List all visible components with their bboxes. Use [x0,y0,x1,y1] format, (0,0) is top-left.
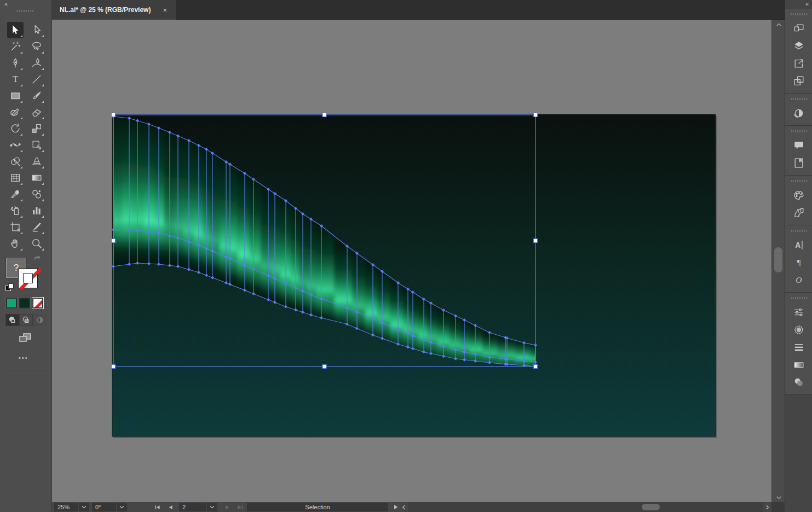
selection-handle[interactable] [112,113,116,117]
stroke-indicator-none[interactable] [18,269,38,288]
tool-eraser-button[interactable] [28,104,45,120]
edit-toolbar-icon[interactable]: ••• [19,354,28,361]
zoom-chevron-icon[interactable] [78,503,89,511]
tool-free-transform-button[interactable] [28,137,45,153]
selection-handle[interactable] [323,365,326,369]
selection-handle[interactable] [534,365,538,369]
panel-grip[interactable] [791,130,807,132]
toolbar-collapse-icon[interactable]: « [4,1,7,7]
panel-gradient-button[interactable] [791,357,807,373]
document-canvas[interactable] [52,20,771,502]
gradient-fill-swatch[interactable] [19,298,30,309]
panel-color-button[interactable] [791,187,807,203]
tool-line-segment-button[interactable] [28,71,45,88]
panel-paragraph-button[interactable]: ¶ [791,254,807,271]
tool-artboard-button[interactable] [7,219,24,235]
panel-rotate-view-button[interactable] [791,105,807,121]
draw-inside-button[interactable] [33,314,47,326]
last-artboard-button[interactable] [234,503,245,511]
tool-direct-selection-button[interactable] [28,22,45,38]
tool-rectangle-button[interactable] [7,88,24,104]
zoom-level-field[interactable]: 25% [54,503,89,511]
tool-magic-wand-button[interactable] [7,38,24,55]
tool-perspective-grid-button[interactable] [28,153,45,170]
artboard-navigation-field[interactable]: 2 [179,503,217,511]
panel-stroke-button[interactable] [791,339,807,356]
tool-pen-button[interactable] [7,55,24,71]
swap-fill-stroke-icon[interactable] [33,255,41,265]
tool-mesh-button[interactable] [7,170,24,186]
tool-hand-button[interactable] [7,235,24,252]
draw-behind-button[interactable] [19,314,33,326]
selection-handle[interactable] [323,113,326,117]
panel-grip[interactable] [791,180,807,182]
draw-normal-button[interactable] [5,314,19,326]
panel-character-button[interactable]: A [791,237,807,253]
tool-flyout-indicator [42,150,44,152]
panel-transparency-button[interactable] [791,374,807,391]
panel-grip[interactable] [791,98,807,100]
selection-handle[interactable] [534,113,538,117]
dock-bottom-edge [785,502,812,512]
tool-scale-button[interactable] [28,120,45,137]
tool-symbol-sprayer-button[interactable] [7,202,24,219]
vertical-scroll-thumb[interactable] [774,247,782,272]
panel-comments-button[interactable] [791,137,807,154]
selection-handle[interactable] [112,239,116,243]
tool-flyout-indicator [20,183,22,185]
tool-pencil-button[interactable] [7,104,24,120]
dock-collapse-icon[interactable]: « [805,1,808,7]
panel-export-button[interactable] [791,55,807,72]
panel-grip[interactable] [791,13,807,15]
tool-eyedropper-button[interactable] [7,186,24,202]
panel-pathfinder-button[interactable] [791,73,807,89]
tool-shape-builder-button[interactable] [7,153,24,170]
tool-width-button[interactable] [7,137,24,153]
default-fill-stroke-icon[interactable] [5,283,14,292]
rotation-field[interactable]: 0° [92,503,127,511]
vertical-scrollbar[interactable] [771,20,785,502]
tool-selection-button[interactable] [7,22,24,38]
rotation-chevron-icon[interactable] [116,503,127,511]
tool-rotate-button[interactable] [7,120,24,137]
panel-grip[interactable] [791,297,807,299]
change-screen-mode-icon[interactable] [18,331,33,346]
previous-artboard-button[interactable] [165,503,176,511]
document-tab[interactable]: NL.ai* @ 25 % (RGB/Preview) × [52,0,176,20]
panel-grip[interactable] [791,230,807,232]
toolbar-grip[interactable] [17,10,33,12]
tool-blend-button[interactable] [28,186,45,202]
panel-layers-button[interactable] [791,38,807,54]
horizontal-scroll-thumb[interactable] [642,504,660,510]
dock-section [785,94,812,126]
panel-appearance-button[interactable] [791,304,807,321]
scroll-down-icon[interactable] [772,492,785,502]
none-fill-swatch[interactable] [32,298,43,309]
horizontal-scrollbar[interactable] [408,502,763,512]
tool-column-graph-button[interactable] [28,202,45,219]
selection-handle[interactable] [112,365,116,369]
tool-type-button[interactable]: T [7,71,24,88]
next-artboard-button[interactable] [222,503,233,511]
status-display-field[interactable]: Selection [247,503,388,511]
selection-handle[interactable] [534,239,538,243]
panel-color-guide-button[interactable] [791,205,807,221]
panel-artboards-button[interactable] [791,20,807,37]
panel-libraries-button[interactable] [791,155,807,171]
document-tab-bar: NL.ai* @ 25 % (RGB/Preview) × [52,0,785,20]
tab-close-icon[interactable]: × [163,6,167,14]
first-artboard-button[interactable] [152,503,163,511]
panel-opentype-button[interactable]: O [791,272,807,288]
tool-lasso-button[interactable] [28,38,45,55]
tool-paintbrush-button[interactable] [28,88,45,104]
scroll-up-icon[interactable] [772,20,785,30]
tool-slice-button[interactable] [28,219,45,235]
panel-opacity-mask-button[interactable] [791,322,807,338]
tool-zoom-button[interactable] [28,235,45,252]
tool-curvature-button[interactable] [28,55,45,71]
artboard-chevron-icon[interactable] [206,503,217,511]
color-fill-swatch[interactable] [6,298,17,309]
scroll-right-icon[interactable] [762,503,773,511]
tool-gradient-button[interactable] [28,170,45,186]
scroll-left-icon[interactable] [398,503,409,511]
